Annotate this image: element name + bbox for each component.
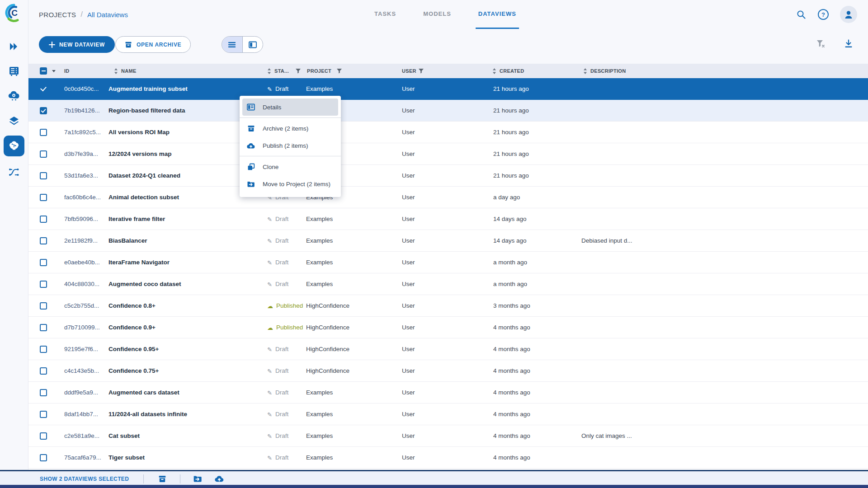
tab-tasks[interactable]: TASKS <box>372 0 399 29</box>
new-dataview-button[interactable]: NEW DATAVIEW <box>39 36 115 53</box>
table-view-button[interactable] <box>222 37 242 52</box>
row-checkbox[interactable] <box>40 172 47 179</box>
menu-item-details[interactable]: Details <box>242 99 338 116</box>
column-header-created[interactable]: CREATED <box>500 64 524 78</box>
table-row[interactable]: 8daf14bb7...11/2024-all datasets infinit… <box>28 404 868 425</box>
active-item-background <box>4 136 24 156</box>
row-checkbox[interactable] <box>40 302 47 310</box>
row-checkbox[interactable] <box>40 324 47 331</box>
row-created: 21 hours ago <box>493 122 529 143</box>
sort-icon[interactable] <box>114 68 118 74</box>
search-icon[interactable] <box>796 9 807 20</box>
row-status: ✎Draft <box>267 273 288 295</box>
table-row[interactable]: 0c0cd450c...Augmented training subset✎Dr… <box>28 78 868 100</box>
row-checkbox[interactable] <box>40 194 47 201</box>
row-checkbox[interactable] <box>40 237 47 244</box>
sidebar-item-pipelines[interactable] <box>0 162 28 183</box>
sort-icon[interactable] <box>583 68 587 74</box>
footer-archive-button[interactable] <box>158 475 166 483</box>
split-view-button[interactable] <box>242 37 263 52</box>
breadcrumb-all-dataviews[interactable]: All Dataviews <box>87 11 128 19</box>
row-created: 21 hours ago <box>493 143 529 165</box>
row-name: Dataset 2024-Q1 cleaned <box>108 165 180 187</box>
filter-icon[interactable] <box>337 69 342 74</box>
row-checkbox[interactable] <box>40 411 47 418</box>
clearml-logo-icon[interactable]: C <box>4 3 24 23</box>
sidebar-item-queues[interactable] <box>0 61 28 82</box>
table-row[interactable]: fac60b6c4e...Animal detection subset✎Dra… <box>28 187 868 208</box>
menu-item-move-to-project[interactable]: Move to Project (2 items) <box>240 175 341 192</box>
sidebar-item-workers[interactable] <box>0 86 28 107</box>
row-checkbox[interactable] <box>40 281 47 288</box>
column-header-description[interactable]: DESCRIPTION <box>590 64 626 78</box>
help-icon[interactable]: ? <box>817 9 829 20</box>
tab-models[interactable]: MODELS <box>420 0 454 29</box>
table-row[interactable]: 7b19b4126...Region-based filtered dataUs… <box>28 100 868 122</box>
table-row[interactable]: e0aebe40b...IteraFrame Navigator✎DraftEx… <box>28 252 868 273</box>
row-checkbox[interactable] <box>40 454 47 461</box>
selection-count-label[interactable]: SHOW 2 DATAVIEWS SELECTED <box>40 476 129 482</box>
row-checkbox[interactable] <box>40 85 47 93</box>
column-header-status[interactable]: STA... <box>274 64 289 78</box>
sidebar-item-expand[interactable] <box>0 36 28 57</box>
table-row[interactable]: 7bfb59096...Iterative frame filter✎Draft… <box>28 208 868 230</box>
footer-publish-button[interactable] <box>215 475 224 483</box>
row-checkbox[interactable] <box>40 216 47 223</box>
breadcrumb-projects[interactable]: PROJECTS <box>39 11 76 19</box>
select-all-checkbox[interactable] <box>40 67 47 75</box>
open-archive-button[interactable]: OPEN ARCHIVE <box>115 36 191 53</box>
filter-icon[interactable] <box>419 69 424 74</box>
tab-dataviews[interactable]: DATAVIEWS <box>476 0 519 29</box>
menu-item-publish[interactable]: Publish (2 items) <box>240 137 341 154</box>
row-checkbox[interactable] <box>40 389 47 396</box>
column-header-project[interactable]: PROJECT <box>307 64 331 78</box>
row-checkbox[interactable] <box>40 150 47 158</box>
row-name: 12/2024 versions map <box>108 143 172 165</box>
row-checkbox[interactable] <box>40 129 47 136</box>
column-header-user[interactable]: USER <box>402 64 416 78</box>
table-row[interactable]: 75acaf6a79...Tiger subset✎DraftExamplesU… <box>28 447 868 469</box>
details-icon <box>247 103 255 111</box>
row-status: ☁Published <box>267 317 303 338</box>
table-row[interactable]: d7b710099...Confidence 0.9+☁PublishedHig… <box>28 317 868 338</box>
table-row[interactable]: c4c143e5b...Confidence 0.75+✎DraftHighCo… <box>28 360 868 382</box>
clear-filters-icon[interactable] <box>816 39 826 49</box>
row-checkbox[interactable] <box>40 107 47 114</box>
row-status: ✎Draft <box>267 425 288 447</box>
download-icon[interactable] <box>844 39 854 49</box>
table-row[interactable]: c2e581a9e...Cat subset✎DraftExamplesUser… <box>28 425 868 447</box>
sort-icon[interactable] <box>492 68 496 74</box>
table-row[interactable]: 53d1fa6e3...Dataset 2024-Q1 cleanedUser2… <box>28 165 868 187</box>
table-row[interactable]: 404c88030...Augmented coco dataset✎Draft… <box>28 273 868 295</box>
section-tabs: TASKS MODELS DATAVIEWS <box>372 0 519 29</box>
sidebar-item-dataviews[interactable] <box>0 136 28 156</box>
table-row[interactable]: c5c2b755d...Confidence 0.8+☁PublishedHig… <box>28 295 868 317</box>
publish-icon <box>247 141 255 150</box>
row-checkbox[interactable] <box>40 432 47 440</box>
row-project: Examples <box>306 447 333 469</box>
user-avatar[interactable] <box>840 6 857 23</box>
row-created: 21 hours ago <box>493 100 529 122</box>
selection-dropdown-icon[interactable] <box>52 70 56 72</box>
menu-item-clone[interactable]: Clone <box>240 158 341 175</box>
column-header-name[interactable]: NAME <box>121 64 137 78</box>
table-row[interactable]: 7a1fc892c5...All versions ROI MapUser21 … <box>28 122 868 143</box>
table-row[interactable]: 92195e7f6...Confidence 0.95+✎DraftHighCo… <box>28 338 868 360</box>
filter-icon[interactable] <box>296 69 301 74</box>
row-checkbox[interactable] <box>40 367 47 375</box>
breadcrumb: PROJECTS / All Dataviews <box>39 0 128 29</box>
row-status: ✎Draft <box>267 404 288 425</box>
sort-icon[interactable] <box>267 68 271 74</box>
svg-text:C: C <box>11 8 18 18</box>
top-header: PROJECTS / All Dataviews TASKS MODELS DA… <box>28 0 868 29</box>
menu-item-archive[interactable]: Archive (2 items) <box>240 120 341 137</box>
row-checkbox[interactable] <box>40 346 47 353</box>
table-row[interactable]: dddf9e5a9...Augmented cars dataset✎Draft… <box>28 382 868 404</box>
row-checkbox[interactable] <box>40 259 47 266</box>
table-row[interactable]: 2e11982f9...BiasBalancer✎DraftExamplesUs… <box>28 230 868 252</box>
column-header-id[interactable]: ID <box>64 64 70 78</box>
table-row[interactable]: d3b7fe39a...12/2024 versions mapUser21 h… <box>28 143 868 165</box>
footer-move-to-project-button[interactable] <box>193 475 202 483</box>
sidebar-item-datasets[interactable] <box>0 111 28 131</box>
row-id: 8daf14bb7... <box>64 404 98 425</box>
